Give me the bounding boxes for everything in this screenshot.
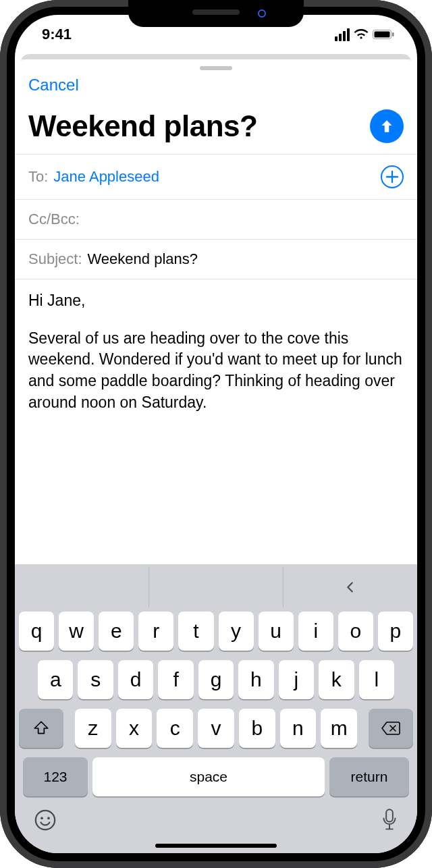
key-r[interactable]: r [138, 612, 173, 651]
return-key[interactable]: return [329, 757, 409, 796]
arrow-up-icon [378, 117, 396, 135]
key-n[interactable]: n [280, 709, 317, 748]
title-row: Weekend plans? [15, 100, 417, 154]
compose-sheet: Cancel Weekend plans? To: Jane Appleseed… [15, 59, 417, 439]
key-z[interactable]: z [75, 709, 111, 748]
to-label: To: [28, 168, 48, 186]
suggestion-slot-1[interactable] [15, 567, 149, 607]
subject-label: Subject: [28, 250, 82, 268]
status-indicators [335, 28, 394, 41]
to-field[interactable]: To: Jane Appleseed [15, 154, 417, 199]
to-recipient[interactable]: Jane Appleseed [53, 168, 159, 186]
key-j[interactable]: j [279, 660, 314, 699]
suggestion-collapse[interactable] [284, 567, 417, 607]
numbers-key[interactable]: 123 [23, 757, 88, 796]
body-greeting: Hi Jane, [28, 290, 404, 312]
backspace-key[interactable] [369, 709, 413, 748]
shift-key[interactable] [19, 709, 63, 748]
status-time: 9:41 [42, 26, 72, 43]
svg-rect-1 [375, 32, 390, 38]
chevron-left-icon [343, 580, 358, 595]
keyboard-row-bottom: 123 space return [19, 757, 413, 803]
suggestion-slot-2[interactable] [149, 567, 284, 607]
key-e[interactable]: e [99, 612, 134, 651]
send-button[interactable] [370, 109, 404, 143]
key-a[interactable]: a [38, 660, 73, 699]
key-h[interactable]: h [238, 660, 273, 699]
battery-icon [373, 30, 394, 39]
key-p[interactable]: p [378, 612, 413, 651]
add-recipient-button[interactable] [381, 165, 404, 188]
key-t[interactable]: t [178, 612, 213, 651]
cancel-button[interactable]: Cancel [15, 74, 92, 100]
space-key[interactable]: space [92, 757, 325, 796]
speaker-grille [192, 9, 240, 15]
software-keyboard: qwertyuiop asdfghjkl zxcvbnm 123 space r… [15, 564, 417, 853]
emoji-icon [34, 809, 57, 832]
svg-point-3 [36, 811, 55, 830]
svg-rect-6 [386, 809, 393, 821]
screen: 9:41 Cancel Weekend plans? [15, 15, 417, 853]
ccbcc-label: Cc/Bcc: [28, 211, 80, 228]
keyboard-row-2: asdfghjkl [19, 660, 413, 699]
key-y[interactable]: y [219, 612, 254, 651]
dictation-button[interactable] [381, 809, 398, 834]
key-o[interactable]: o [338, 612, 373, 651]
svg-point-5 [47, 817, 50, 819]
wifi-icon [354, 29, 369, 40]
shift-icon [32, 720, 50, 737]
key-m[interactable]: m [321, 709, 357, 748]
key-b[interactable]: b [239, 709, 275, 748]
svg-rect-2 [392, 32, 394, 36]
iphone-device-frame: 9:41 Cancel Weekend plans? [0, 0, 432, 868]
suggestion-bar[interactable] [15, 567, 417, 607]
subject-value: Weekend plans? [88, 250, 198, 268]
home-indicator[interactable] [155, 844, 277, 848]
key-x[interactable]: x [116, 709, 153, 748]
key-d[interactable]: d [118, 660, 153, 699]
key-f[interactable]: f [158, 660, 193, 699]
key-l[interactable]: l [359, 660, 394, 699]
sheet-grabber[interactable] [200, 66, 232, 70]
subject-field[interactable]: Subject: Weekend plans? [15, 239, 417, 279]
plus-icon [385, 170, 399, 184]
key-s[interactable]: s [78, 660, 113, 699]
camera-indicator [258, 9, 266, 18]
svg-point-4 [40, 817, 43, 819]
keyboard-row-3: zxcvbnm [19, 709, 413, 748]
key-i[interactable]: i [298, 612, 333, 651]
backspace-icon [381, 721, 401, 736]
key-g[interactable]: g [198, 660, 234, 699]
key-c[interactable]: c [157, 709, 193, 748]
body-paragraph: Several of us are heading over to the co… [28, 328, 404, 414]
body-textarea[interactable]: Hi Jane, Several of us are heading over … [15, 279, 417, 439]
emoji-button[interactable] [34, 809, 57, 834]
microphone-icon [381, 809, 398, 832]
key-v[interactable]: v [198, 709, 234, 748]
key-w[interactable]: w [59, 612, 94, 651]
key-k[interactable]: k [319, 660, 354, 699]
ccbcc-field[interactable]: Cc/Bcc: [15, 199, 417, 239]
keyboard-row-1: qwertyuiop [19, 612, 413, 651]
compose-title: Weekend plans? [28, 109, 257, 143]
notch [128, 0, 304, 27]
key-u[interactable]: u [259, 612, 294, 651]
key-q[interactable]: q [19, 612, 54, 651]
cellular-signal-icon [335, 28, 350, 41]
